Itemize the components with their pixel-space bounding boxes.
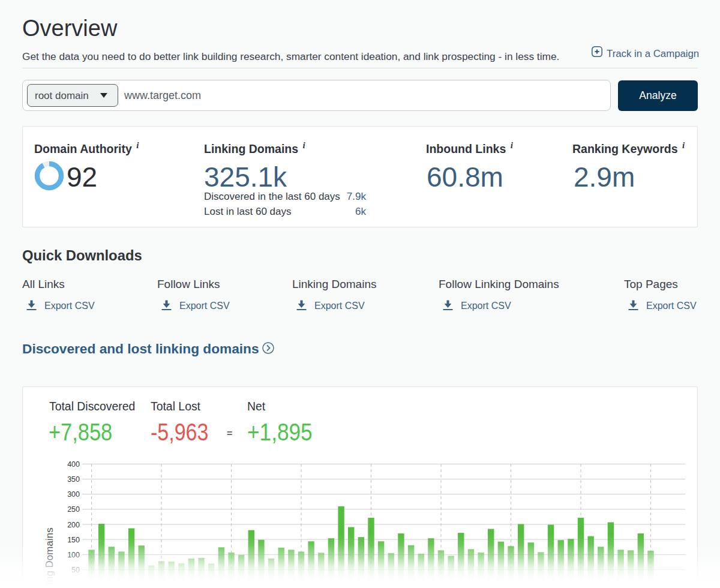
svg-text:250: 250 bbox=[67, 505, 80, 514]
svg-text:200: 200 bbox=[67, 521, 80, 529]
svg-text:300: 300 bbox=[67, 490, 80, 499]
svg-text:400: 400 bbox=[67, 460, 80, 469]
svg-text:150: 150 bbox=[67, 536, 80, 544]
svg-text:350: 350 bbox=[67, 475, 80, 484]
